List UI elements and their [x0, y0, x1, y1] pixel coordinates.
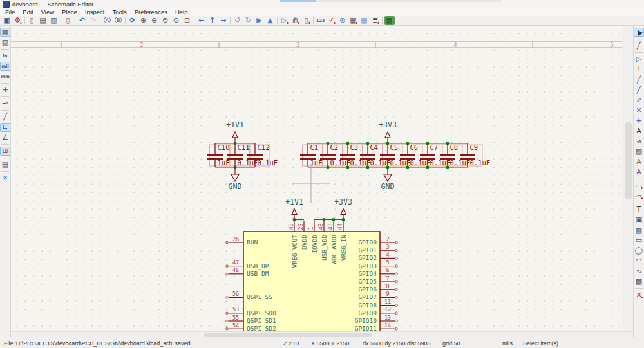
mirror-vertical-button[interactable]: ▲: [265, 16, 276, 25]
vertical-scrollbar-thumb[interactable]: [625, 122, 632, 199]
nav-up-button[interactable]: ↑: [207, 16, 218, 25]
menu-tools[interactable]: Tools: [109, 8, 131, 16]
mirror-horizontal-button[interactable]: ▶: [254, 16, 265, 25]
image-button[interactable]: ▩: [634, 277, 644, 286]
page-settings-button[interactable]: ▯: [27, 16, 37, 25]
hidden-pins-button[interactable]: ⊸: [0, 99, 10, 108]
cursor-shape-button[interactable]: +: [0, 86, 10, 95]
ic-symbol[interactable]: 45VREG_VOUT23DVDD1IOVDD48USB_VDD43ADC_AV…: [226, 221, 398, 331]
wire-to-bus-entry-button[interactable]: ⇗: [634, 96, 644, 105]
place-symbol-button[interactable]: ▷: [634, 55, 644, 64]
horizontal-scrollbar-thumb[interactable]: [204, 333, 372, 337]
schematic-setup-button[interactable]: ⚙: [13, 16, 23, 25]
units-inches-button[interactable]: in: [0, 51, 10, 60]
symbol-library-browser-button[interactable]: ⋒: [290, 16, 301, 25]
vertical-scrollbar[interactable]: [623, 26, 633, 331]
nav-forward-button[interactable]: →: [218, 16, 229, 25]
units-mils-button[interactable]: mil: [0, 62, 10, 71]
text-box-button[interactable]: ▣: [634, 215, 644, 224]
circle-button[interactable]: ◯: [634, 246, 644, 255]
zoom-fit-button[interactable]: ⊜: [160, 16, 171, 25]
simulator-button[interactable]: ⊛: [337, 16, 348, 25]
draw-bus-button[interactable]: ╱: [634, 86, 644, 95]
bezier-button[interactable]: ∿: [634, 267, 644, 276]
net-class-directive-button[interactable]: ·A: [634, 137, 644, 146]
zoom-fit-icon: ⊜: [162, 16, 168, 25]
zoom-out-button[interactable]: ⊖: [149, 16, 160, 25]
horizontal-scrollbar[interactable]: [11, 331, 633, 338]
symbol-fields-table-button[interactable]: ▦: [359, 16, 370, 25]
svg-text:8: 8: [386, 283, 389, 289]
draw-wire-button[interactable]: ╱: [634, 75, 644, 84]
menu-help[interactable]: Help: [171, 8, 192, 16]
properties-manager-button[interactable]: ✕: [0, 174, 10, 183]
paste-button[interactable]: ▯: [63, 16, 73, 25]
line-mode-free-button[interactable]: ╱: [0, 113, 10, 122]
power-symbol-gnd[interactable]: GND: [381, 167, 395, 191]
nav-back-button[interactable]: ←: [196, 16, 207, 25]
junction-button[interactable]: +: [634, 116, 644, 125]
pcb-editor-button[interactable]: ▩: [384, 16, 395, 25]
print-button[interactable]: ▤: [38, 16, 48, 25]
zoom-in-button[interactable]: ⊕: [138, 16, 149, 25]
svg-text:2: 2: [140, 42, 143, 48]
text-button[interactable]: T: [634, 205, 644, 214]
grid-override-button[interactable]: ▧: [0, 38, 10, 47]
line-mode-90-button[interactable]: ∟: [0, 123, 10, 132]
power-symbol-+1V1[interactable]: +1V1: [226, 120, 244, 143]
zoom-objects-button[interactable]: ⊙: [171, 16, 182, 25]
menu-place[interactable]: Place: [58, 8, 81, 16]
menu-inspect[interactable]: Inspect: [81, 8, 109, 16]
circle-icon: ◯: [635, 246, 643, 255]
table-button[interactable]: ▦: [634, 226, 644, 235]
hierarchy-navigator-button[interactable]: ▤: [0, 160, 10, 169]
units-mm-button[interactable]: mm: [0, 72, 10, 81]
rule-area-button[interactable]: ▨: [634, 147, 644, 156]
menu-view[interactable]: View: [37, 8, 58, 16]
rectangle-button[interactable]: ▭: [634, 236, 644, 245]
highlight-net-button[interactable]: ╱: [634, 41, 644, 50]
delete-tool-button[interactable]: ✕: [634, 291, 644, 300]
assign-footprints-button[interactable]: ▦: [348, 16, 359, 25]
sheet-pin-button[interactable]: ▱: [634, 192, 644, 201]
global-label-button[interactable]: A: [634, 158, 644, 167]
plot-button[interactable]: ▥: [49, 16, 59, 25]
find-button[interactable]: Ⓐ: [102, 16, 113, 25]
toolbar-separator: [1, 158, 9, 158]
line-mode-45-button[interactable]: ∠: [0, 133, 10, 142]
place-power-port-button[interactable]: ⊥: [634, 65, 644, 74]
select-tool-button[interactable]: ▲: [634, 28, 644, 37]
annotation-automatic-button[interactable]: ⊞: [0, 147, 10, 156]
undo-button[interactable]: ↶: [77, 16, 88, 25]
find-replace-button[interactable]: Ⓑ: [113, 16, 124, 25]
svg-text:44: 44: [337, 223, 343, 230]
draw-bus-icon: ╱: [637, 86, 641, 95]
menu-edit[interactable]: Edit: [19, 8, 37, 16]
no-connect-flag-button[interactable]: ✕: [634, 106, 644, 115]
rotate-cw-button[interactable]: ↻: [243, 16, 254, 25]
erc-button[interactable]: ✓: [327, 16, 337, 25]
sheet-editor-button[interactable]: ▯: [301, 16, 312, 25]
power-symbol-+3V3[interactable]: +3V3: [379, 120, 397, 143]
refresh-button[interactable]: ⟳: [128, 16, 138, 25]
power-symbol-+3V3[interactable]: +3V3: [334, 197, 352, 220]
bom-button[interactable]: ≣: [370, 16, 381, 25]
zoom-selection-button[interactable]: ⊡: [182, 16, 193, 25]
menu-file[interactable]: File: [1, 8, 19, 16]
hierarchical-label-button[interactable]: A: [634, 168, 644, 177]
annotate-button[interactable]: 123: [316, 16, 326, 25]
schematic-canvas[interactable]: 2345C101uFC110.1uFC120.1uF+1V1GNDC11uFC2…: [11, 26, 622, 331]
capacitor-C10[interactable]: C101uF: [207, 143, 230, 168]
net-label-button[interactable]: A: [634, 127, 644, 136]
grid-visibility-button[interactable]: ▦: [0, 28, 10, 37]
save-button[interactable]: ▣: [2, 16, 12, 25]
symbol-editor-button[interactable]: ▷: [279, 16, 290, 25]
redo-button[interactable]: ↷: [88, 16, 99, 25]
hierarchical-sheet-button[interactable]: ▭: [634, 181, 644, 190]
power-symbol-+1V1[interactable]: +1V1: [285, 197, 303, 220]
menu-preferences[interactable]: Preferences: [131, 8, 171, 16]
capacitor-C1[interactable]: C11uF: [300, 143, 323, 168]
power-symbol-gnd[interactable]: GND: [229, 167, 242, 191]
rotate-ccw-button[interactable]: ↺: [232, 16, 243, 25]
arc-button[interactable]: ◠: [634, 257, 644, 266]
